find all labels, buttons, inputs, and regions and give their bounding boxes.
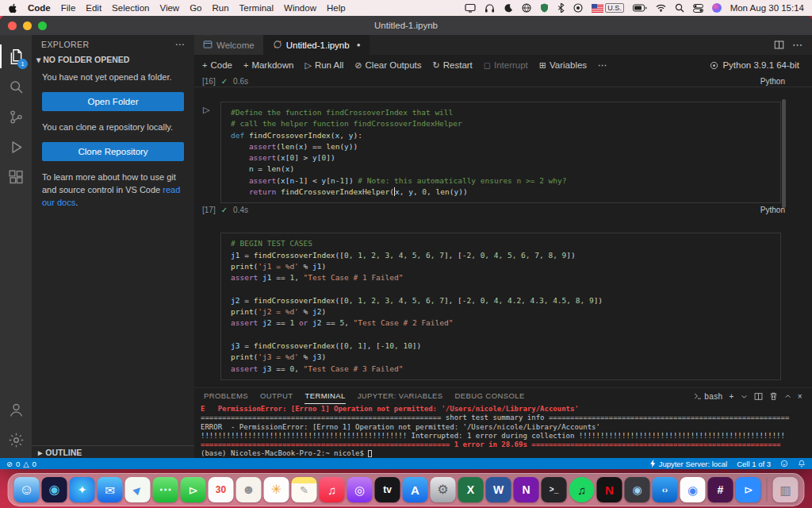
dock-icon-calendar[interactable]: 30 bbox=[209, 477, 234, 502]
settings-button[interactable] bbox=[0, 425, 32, 455]
cell-1-code-editor[interactable]: #Define the function findCrossoverIndex … bbox=[220, 102, 781, 203]
dock-icon-excel[interactable]: X bbox=[458, 477, 484, 502]
sidebar-more-actions-icon[interactable]: ⋯ bbox=[175, 39, 185, 50]
dock-icon-notes[interactable]: ✎ bbox=[292, 477, 317, 502]
dock-icon-chrome[interactable]: ◉ bbox=[680, 477, 706, 502]
clear-outputs-button[interactable]: ⊘Clear Outputs bbox=[354, 60, 421, 71]
maximize-panel-icon[interactable] bbox=[784, 393, 791, 400]
dock-icon-podcasts[interactable]: ◎ bbox=[347, 477, 373, 502]
dock-icon-vscode[interactable]: ‹› bbox=[653, 477, 678, 502]
siri-icon[interactable] bbox=[712, 3, 722, 13]
dock-icon-slack[interactable]: # bbox=[708, 477, 733, 502]
panel-tab-jupyter-variables[interactable]: JUPYTER: VARIABLES bbox=[358, 388, 443, 404]
editor-more-actions-icon[interactable]: ⋯ bbox=[792, 39, 802, 51]
dock-icon-photos[interactable]: ✳ bbox=[264, 477, 289, 502]
spotlight-search-icon[interactable] bbox=[675, 3, 684, 13]
kill-terminal-trash-icon[interactable] bbox=[769, 391, 778, 401]
dock-icon-mail[interactable]: ✉ bbox=[98, 477, 123, 502]
dock-icon-onenote[interactable]: N bbox=[514, 477, 539, 502]
dock-icon-system-settings[interactable]: ⚙ bbox=[431, 477, 456, 502]
control-center-icon[interactable] bbox=[693, 4, 703, 13]
menu-view[interactable]: View bbox=[159, 3, 179, 13]
dock-icon-tv[interactable]: tv bbox=[375, 477, 400, 502]
feedback-icon[interactable] bbox=[780, 460, 788, 468]
panel-tab-output[interactable]: OUTPUT bbox=[260, 388, 293, 404]
run-all-button[interactable]: ▷Run All bbox=[304, 60, 343, 71]
dock-icon-trash[interactable]: ▥ bbox=[773, 477, 799, 502]
jupyter-server-indicator[interactable]: Jupyter Server: local bbox=[650, 460, 728, 468]
dock-icon-facetime[interactable]: ⊳ bbox=[181, 477, 206, 502]
menu-selection[interactable]: Selection bbox=[112, 3, 149, 13]
terminal-output[interactable]: E PermissionError: [Errno 1] Operation n… bbox=[194, 404, 812, 460]
wifi-icon[interactable] bbox=[656, 4, 666, 12]
close-panel-icon[interactable]: × bbox=[798, 392, 802, 401]
headphones-icon[interactable] bbox=[485, 3, 495, 13]
display-icon[interactable] bbox=[465, 3, 476, 13]
window-titlebar[interactable]: Untitled-1.ipynb bbox=[0, 16, 812, 35]
restart-button[interactable]: ↻Restart bbox=[433, 60, 473, 71]
section-no-folder-opened[interactable]: ▾ NO FOLDER OPENED bbox=[32, 54, 194, 65]
dock-icon-netflix[interactable]: N bbox=[597, 477, 622, 502]
menu-run[interactable]: Run bbox=[212, 3, 228, 13]
menu-window[interactable]: Window bbox=[284, 3, 316, 13]
outline-section[interactable]: ▸ OUTLINE bbox=[32, 445, 194, 458]
dock-icon-terminal[interactable]: >_ bbox=[542, 477, 567, 502]
variables-button[interactable]: ⊞Variables bbox=[539, 60, 587, 71]
dock-icon-word[interactable]: W bbox=[486, 477, 511, 502]
shield-icon[interactable] bbox=[540, 3, 549, 13]
dock-icon-zoom[interactable]: ⊳ bbox=[736, 477, 761, 502]
dock-icon-finder[interactable]: ☺ bbox=[14, 477, 40, 502]
menu-terminal[interactable]: Terminal bbox=[239, 3, 274, 13]
dock-icon-messages[interactable]: ⋯ bbox=[153, 477, 178, 502]
dock-icon-safari[interactable]: ✦ bbox=[70, 477, 95, 502]
dock-icon-contacts[interactable]: ☻ bbox=[236, 477, 262, 502]
menubar-clock[interactable]: Mon Aug 30 15:14 bbox=[730, 3, 804, 13]
add-code-cell-button[interactable]: +Code bbox=[202, 60, 232, 70]
problems-indicator[interactable]: ⊘ 0 △ 0 bbox=[6, 460, 36, 468]
split-terminal-icon[interactable] bbox=[754, 392, 763, 401]
sidebar-item-search[interactable] bbox=[0, 71, 32, 102]
menubar-app-name[interactable]: Code bbox=[28, 3, 51, 13]
dock-icon-music[interactable]: ♫ bbox=[320, 477, 345, 502]
interrupt-button[interactable]: ◻Interrupt bbox=[484, 60, 528, 71]
battery-icon[interactable] bbox=[633, 4, 647, 12]
kernel-picker[interactable]: Python 3.9.1 64-bit bbox=[710, 60, 804, 70]
open-folder-button[interactable]: Open Folder bbox=[42, 92, 184, 111]
cell-2-code-editor[interactable]: # BEGIN TEST CASESj1 = findCrossoverInde… bbox=[220, 233, 781, 380]
add-markdown-cell-button[interactable]: +Markdown bbox=[243, 60, 294, 70]
notebook-scrollbar[interactable] bbox=[782, 99, 786, 208]
keyboard-input-source[interactable]: U.S. bbox=[592, 3, 624, 13]
terminal-dropdown-icon[interactable] bbox=[741, 393, 748, 400]
globe-icon[interactable] bbox=[522, 3, 531, 13]
notebook-scroll-area[interactable]: [16] ✓ 0.6s Python ▷ #Define the functio… bbox=[194, 75, 812, 387]
panel-tab-debug-console[interactable]: DEBUG CONSOLE bbox=[455, 388, 525, 404]
sidebar-item-source-control[interactable] bbox=[0, 102, 32, 132]
bell-icon[interactable] bbox=[798, 460, 806, 468]
panel-tab-problems[interactable]: PROBLEMS bbox=[204, 388, 248, 404]
sidebar-item-run-debug[interactable] bbox=[0, 132, 32, 162]
toolbar-more-actions-icon[interactable]: ⋯ bbox=[598, 60, 607, 71]
dock-icon-photo-booth[interactable]: ◉ bbox=[625, 477, 650, 502]
panel-tab-terminal[interactable]: TERMINAL bbox=[304, 388, 345, 404]
menu-edit[interactable]: Edit bbox=[86, 3, 102, 13]
tab-welcome[interactable]: Welcome bbox=[194, 35, 264, 55]
dock-icon-spotify[interactable]: ♫ bbox=[569, 477, 595, 502]
shell-selector[interactable]: bash bbox=[694, 392, 722, 401]
split-editor-icon[interactable] bbox=[774, 40, 784, 50]
dock-icon-siri[interactable]: ◉ bbox=[42, 477, 67, 502]
new-terminal-icon[interactable]: + bbox=[730, 392, 734, 401]
unsaved-changes-dot-icon[interactable]: ● bbox=[357, 41, 361, 48]
menu-file[interactable]: File bbox=[61, 3, 76, 13]
do-not-disturb-moon-icon[interactable] bbox=[504, 3, 513, 13]
cell-indicator[interactable]: Cell 1 of 3 bbox=[737, 460, 771, 468]
menu-help[interactable]: Help bbox=[327, 3, 346, 13]
dock-icon-maps[interactable]: ▶ bbox=[125, 477, 151, 502]
run-cell-icon[interactable]: ▷ bbox=[203, 105, 209, 115]
sidebar-item-explorer[interactable]: 1 bbox=[0, 41, 32, 71]
bluetooth-icon[interactable] bbox=[557, 3, 565, 13]
tab-notebook[interactable]: Untitled-1.ipynb ● bbox=[264, 35, 370, 55]
apple-menu-icon[interactable] bbox=[8, 3, 17, 13]
sidebar-item-extensions[interactable] bbox=[0, 162, 32, 192]
screen-record-icon[interactable] bbox=[573, 3, 583, 13]
clone-repository-button[interactable]: Clone Repository bbox=[42, 142, 184, 161]
